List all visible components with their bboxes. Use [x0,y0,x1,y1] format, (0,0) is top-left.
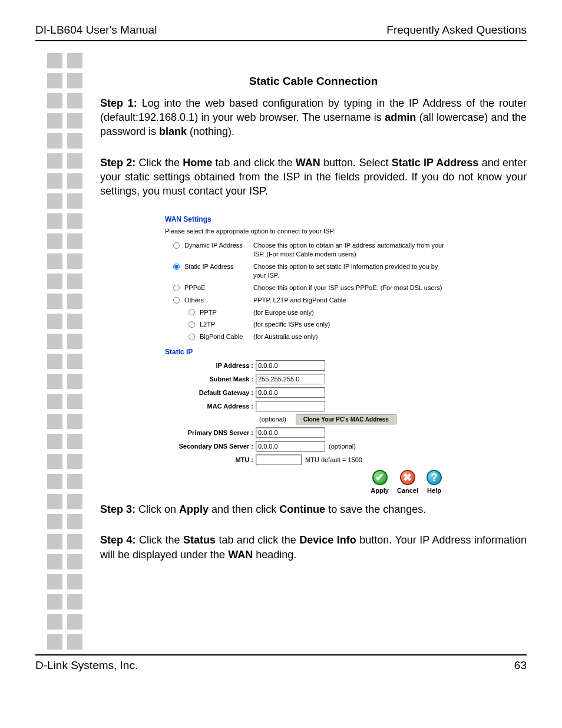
page-footer: D-Link Systems, Inc. 63 [35,654,527,672]
option-pppoe[interactable]: PPPoE Choose this option if your ISP use… [165,284,448,292]
section-title: Static Cable Connection [100,74,527,89]
cancel-button[interactable]: ✖ Cancel [397,470,418,495]
optional-note-2: (optional) [329,442,356,451]
static-ip-title: Static IP [165,347,448,357]
wan-settings-subtitle: Please select the appropriate option to … [165,227,448,236]
header-left: DI-LB604 User's Manual [35,24,157,37]
radio-pppoe[interactable] [173,285,180,291]
option-others[interactable]: Others PPTP, L2TP and BigPond Cable [165,296,448,305]
optional-note: (optional) [259,415,286,424]
option-dynamic-ip[interactable]: Dynamic IP Address Choose this option to… [165,241,448,259]
header-right: Frequently Asked Questions [386,24,527,37]
subnet-mask-input[interactable] [256,374,325,384]
wan-settings-title: WAN Settings [165,215,448,224]
option-bigpond[interactable]: BigPond Cable (for Australia use only) [165,332,448,341]
step2-label: Step 2: [100,157,135,169]
router-screenshot: WAN Settings Please select the appropria… [165,215,448,495]
mtu-input[interactable] [256,454,302,465]
ip-address-input[interactable] [256,360,325,371]
page-number: 63 [514,659,527,672]
step1-paragraph: Step 1: Log into the web based configura… [100,96,527,139]
help-icon: ? [427,470,442,485]
mtu-note: MTU default = 1500 [305,456,362,465]
apply-button[interactable]: ✔ Apply [371,470,389,495]
mac-address-label: MAC Address : [165,402,256,411]
mtu-label: MTU : [165,456,256,465]
primary-dns-label: Primary DNS Server : [165,429,256,437]
radio-bigpond[interactable] [189,334,195,340]
cancel-icon: ✖ [400,470,415,485]
ip-address-label: IP Address : [165,361,256,370]
check-icon: ✔ [372,470,388,485]
decorative-squares [47,53,82,654]
step3-paragraph: Step 3: Click on Apply and then click Co… [100,502,527,516]
option-static-ip[interactable]: Static IP Address Choose this option to … [165,262,448,280]
secondary-dns-label: Secondary DNS Server : [165,442,256,451]
primary-dns-input[interactable] [256,427,325,438]
page-header: DI-LB604 User's Manual Frequently Asked … [35,24,527,41]
step1-label: Step 1: [100,97,137,109]
mac-address-input[interactable] [256,401,325,411]
step3-label: Step 3: [100,503,135,515]
radio-l2tp[interactable] [189,321,195,328]
option-l2tp[interactable]: L2TP (for specific ISPs use only) [165,320,448,329]
clone-mac-button[interactable]: Clone Your PC's MAC Address [296,414,396,424]
step2-paragraph: Step 2: Click the Home tab and click the… [100,156,527,199]
radio-static-ip[interactable] [173,263,180,270]
step4-paragraph: Step 4: Click the Status tab and click t… [100,533,527,562]
radio-pptp[interactable] [189,309,195,315]
help-button[interactable]: ? Help [427,470,442,495]
option-pptp[interactable]: PPTP (for Europe use only) [165,308,448,317]
radio-others[interactable] [173,297,180,304]
secondary-dns-input[interactable] [256,441,325,452]
step4-label: Step 4: [100,534,135,546]
default-gateway-label: Default Gateway : [165,388,256,397]
subnet-mask-label: Subnet Mask : [165,375,256,384]
default-gateway-input[interactable] [256,387,325,398]
radio-dynamic-ip[interactable] [173,242,180,249]
footer-company: D-Link Systems, Inc. [35,659,138,672]
